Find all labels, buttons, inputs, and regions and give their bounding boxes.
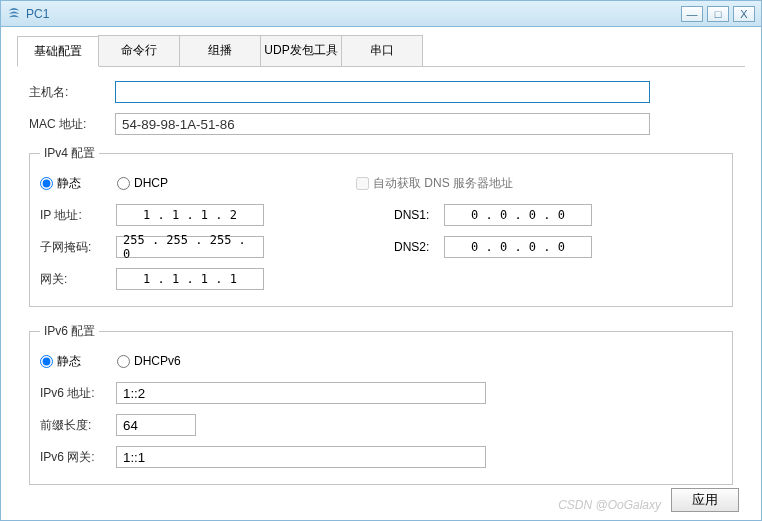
mac-label: MAC 地址: [29,116,115,133]
mask-input[interactable]: 255 . 255 . 255 . 0 [116,236,264,258]
ipv6-legend: IPv6 配置 [40,323,99,340]
ipv6-prefix-label: 前缀长度: [40,417,116,434]
tab-serial[interactable]: 串口 [341,35,423,66]
tab-udp-tool[interactable]: UDP发包工具 [260,35,342,66]
ipv4-dhcp-radio[interactable]: DHCP [117,176,168,190]
apply-button[interactable]: 应用 [671,488,739,512]
ipv6-prefix-input[interactable] [116,414,196,436]
gateway-label: 网关: [40,271,116,288]
dns2-input[interactable]: 0 . 0 . 0 . 0 [444,236,592,258]
ipv4-static-radio[interactable]: 静态 [40,175,81,192]
ipv6-static-radio[interactable]: 静态 [40,353,81,370]
window-frame: PC1 — □ X 基础配置 命令行 组播 UDP发包工具 串口 主机名: MA… [0,0,762,521]
close-button[interactable]: X [733,6,755,22]
title-bar: PC1 — □ X [1,1,761,27]
dns2-label: DNS2: [394,240,444,254]
tab-multicast[interactable]: 组播 [179,35,261,66]
maximize-button[interactable]: □ [707,6,729,22]
ipv6-gateway-label: IPv6 网关: [40,449,116,466]
tab-command-line[interactable]: 命令行 [98,35,180,66]
ipv6-group: IPv6 配置 静态 DHCPv6 IPv6 地址: 前缀长度: IPv6 网关… [29,323,733,485]
hostname-input[interactable] [115,81,650,103]
mac-input[interactable] [115,113,650,135]
minimize-button[interactable]: — [681,6,703,22]
tab-bar: 基础配置 命令行 组播 UDP发包工具 串口 [17,35,745,67]
window-controls: — □ X [681,6,755,22]
ip-input[interactable]: 1 . 1 . 1 . 2 [116,204,264,226]
dns1-input[interactable]: 0 . 0 . 0 . 0 [444,204,592,226]
mask-label: 子网掩码: [40,239,116,256]
ipv4-legend: IPv4 配置 [40,145,99,162]
ipv4-group: IPv4 配置 静态 DHCP 自动获取 DNS 服务器地址 IP 地址: 1 … [29,145,733,307]
hostname-label: 主机名: [29,84,115,101]
ip-label: IP 地址: [40,207,116,224]
auto-dns-checkbox[interactable]: 自动获取 DNS 服务器地址 [356,175,513,192]
ipv6-dhcp-radio[interactable]: DHCPv6 [117,354,181,368]
content-pane: 主机名: MAC 地址: IPv4 配置 静态 DHCP 自动获取 DNS 服务… [1,67,761,511]
tab-basic-config[interactable]: 基础配置 [17,36,99,67]
ipv6-addr-input[interactable] [116,382,486,404]
gateway-input[interactable]: 1 . 1 . 1 . 1 [116,268,264,290]
app-icon [7,7,21,21]
ipv6-addr-label: IPv6 地址: [40,385,116,402]
window-title: PC1 [26,7,681,21]
dns1-label: DNS1: [394,208,444,222]
ipv6-gateway-input[interactable] [116,446,486,468]
footer: 应用 [671,488,739,512]
